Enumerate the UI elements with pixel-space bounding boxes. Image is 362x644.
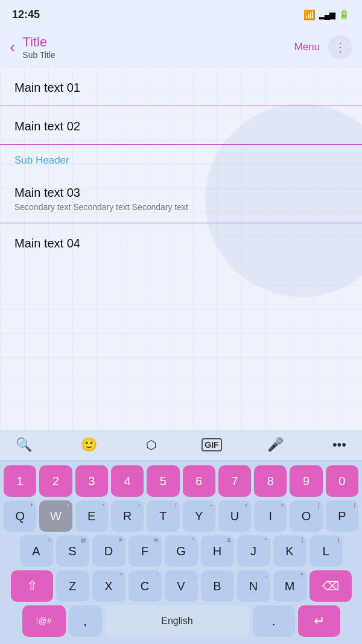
backspace-icon: ⌫ [322, 579, 339, 593]
list-item-primary: Main text 04 [14, 237, 348, 250]
list-item-primary: Main text 01 [14, 81, 348, 95]
sticker-icon[interactable]: ⬡ [142, 436, 160, 453]
key-e[interactable]: ÷E [75, 500, 108, 532]
mic-icon[interactable]: 🎤 [264, 436, 287, 454]
key-i[interactable]: >I [254, 500, 287, 532]
zxcv-row: ⇧ Z "X 'C :V .B ,N ?M ⌫ [4, 570, 358, 602]
status-bar: 12:45 📶 ▂▄▆ 🔋 [0, 0, 362, 27]
content-area: Main text 01 Main text 02 Sub Header Mai… [0, 68, 362, 430]
sub-header: Sub Header [0, 145, 362, 173]
keyboard-area: 🔍 🙂 ⬡ GIF 🎤 ••• 1 2 3 4 5 6 7 8 9 0 +Q x… [0, 430, 362, 644]
list-item[interactable]: Main text 01 [0, 68, 362, 106]
key-m[interactable]: ?M [273, 570, 306, 602]
key-k[interactable]: (K [273, 535, 306, 567]
space-key[interactable]: English [105, 605, 250, 637]
list-item-primary: Main text 02 [14, 120, 348, 133]
list-item-primary: Main text 03 [14, 186, 348, 200]
signal-icon: ▂▄▆ [319, 10, 335, 19]
menu-button[interactable]: Menu [294, 41, 320, 53]
key-h[interactable]: &H [201, 535, 234, 567]
key-f[interactable]: %F [129, 535, 162, 567]
enter-key[interactable]: ↵ [298, 605, 340, 637]
emoji-icon[interactable]: 🙂 [77, 436, 101, 454]
key-7[interactable]: 7 [218, 465, 251, 497]
list-item[interactable]: Main text 04 [0, 223, 362, 261]
number-row: 1 2 3 4 5 6 7 8 9 0 [4, 465, 358, 497]
list-item[interactable]: Main text 02 [0, 106, 362, 145]
key-v[interactable]: :V [165, 570, 198, 602]
key-w[interactable]: xW [39, 500, 72, 532]
app-subtitle: Sub Title [22, 50, 294, 60]
battery-icon: 🔋 [338, 9, 350, 20]
more-button[interactable]: ⋮ [328, 35, 352, 59]
key-x[interactable]: "X [92, 570, 125, 602]
list-item-secondary: Secondary text Secondary text Secondary … [14, 202, 348, 212]
key-g[interactable]: ^G [165, 535, 198, 567]
key-8[interactable]: 8 [254, 465, 287, 497]
key-u[interactable]: <U [218, 500, 251, 532]
key-6[interactable]: 6 [183, 465, 215, 497]
list-area: Main text 01 Main text 02 Sub Header Mai… [0, 68, 362, 261]
key-z[interactable]: Z [56, 570, 89, 602]
search-icon[interactable]: 🔍 [12, 436, 36, 454]
key-b[interactable]: .B [201, 570, 234, 602]
app-bar: ‹ Title Sub Title Menu ⋮ [0, 27, 362, 68]
key-o[interactable]: [O [290, 500, 322, 532]
gif-button[interactable]: GIF [202, 438, 221, 451]
key-9[interactable]: 9 [290, 465, 322, 497]
status-time: 12:45 [12, 8, 40, 21]
status-icons: 📶 ▂▄▆ 🔋 [303, 9, 350, 21]
comma-key[interactable]: , [69, 605, 102, 637]
key-a[interactable]: !A [20, 535, 53, 567]
key-q[interactable]: +Q [4, 500, 36, 532]
key-2[interactable]: 2 [39, 465, 72, 497]
key-4[interactable]: 4 [111, 465, 144, 497]
key-p[interactable]: ]P [326, 500, 358, 532]
title-group: Title Sub Title [22, 34, 294, 60]
key-c[interactable]: 'C [129, 570, 162, 602]
key-r[interactable]: =R [111, 500, 144, 532]
sub-header-text: Sub Header [14, 155, 69, 166]
key-d[interactable]: #D [92, 535, 125, 567]
more-icon[interactable]: ••• [329, 436, 350, 454]
key-y[interactable]: -Y [183, 500, 215, 532]
key-j[interactable]: *J [237, 535, 270, 567]
key-s[interactable]: @S [56, 535, 89, 567]
key-1[interactable]: 1 [4, 465, 36, 497]
back-button[interactable]: ‹ [10, 37, 15, 57]
app-title: Title [22, 34, 294, 50]
key-3[interactable]: 3 [75, 465, 108, 497]
backspace-key[interactable]: ⌫ [310, 570, 352, 602]
shift-icon: ⇧ [27, 578, 37, 594]
app-bar-actions: Menu ⋮ [294, 35, 352, 59]
symbols-key[interactable]: !@# [22, 605, 66, 637]
key-n[interactable]: ,N [237, 570, 270, 602]
key-5[interactable]: 5 [147, 465, 179, 497]
qwerty-row: +Q xW ÷E =R /T -Y <U >I [O ]P [4, 500, 358, 532]
asdf-row: !A @S #D %F ^G &H *J (K )L [4, 535, 358, 567]
period-key[interactable]: . [253, 605, 295, 637]
list-item[interactable]: Main text 03 Secondary text Secondary te… [0, 173, 362, 223]
key-0[interactable]: 0 [326, 465, 358, 497]
wifi-icon: 📶 [303, 9, 316, 21]
keyboard-keys: 1 2 3 4 5 6 7 8 9 0 +Q xW ÷E =R /T -Y <U… [0, 461, 362, 644]
bottom-row: !@# , English . ↵ [4, 605, 358, 637]
shift-key[interactable]: ⇧ [11, 570, 53, 602]
key-l[interactable]: )L [310, 535, 343, 567]
keyboard-toolbar: 🔍 🙂 ⬡ GIF 🎤 ••• [0, 430, 362, 461]
key-t[interactable]: /T [147, 500, 179, 532]
